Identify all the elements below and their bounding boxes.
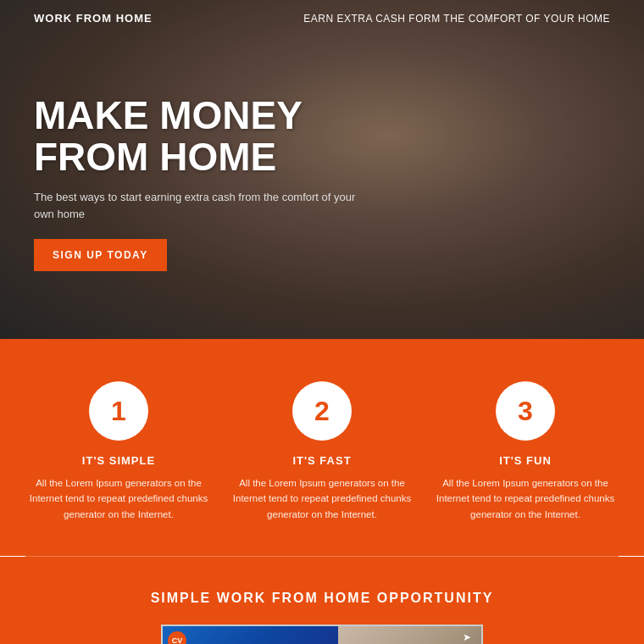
- video-thumbnail[interactable]: CV 8 work from home jobs anyone can star…: [161, 625, 483, 644]
- feature-desc-2: All the Lorem Ipsum generators on the In…: [229, 475, 415, 522]
- share-icon: ➤: [463, 631, 471, 643]
- feature-title-1: IT'S SIMPLE: [82, 454, 155, 467]
- video-section: SIMPLE WORK FROM HOME OPPORTUNITY CV 8 w…: [0, 557, 644, 644]
- header-tagline: EARN EXTRA CASH FORM THE COMFORT OF YOUR…: [303, 13, 610, 25]
- feature-item-1: 1 IT'S SIMPLE All the Lorem Ipsum genera…: [25, 381, 212, 522]
- hero-nav: WORK FROM HOME EARN EXTRA CASH FORM THE …: [0, 0, 644, 36]
- video-section-title: SIMPLE WORK FROM HOME OPPORTUNITY: [34, 591, 610, 606]
- feature-item-2: 2 IT'S FAST All the Lorem Ipsum generato…: [229, 381, 415, 522]
- cv-badge: CV: [168, 631, 186, 644]
- feature-number-1: 1: [89, 381, 148, 441]
- video-right-panel: ▶ Watch la... ➤ Share: [338, 626, 481, 644]
- feature-title-3: IT'S FUN: [499, 454, 552, 467]
- hero-content: MAKE MONEY FROM HOME The best ways to st…: [34, 95, 356, 271]
- feature-number-2: 2: [292, 381, 352, 441]
- share-button[interactable]: ➤ Share: [458, 631, 476, 644]
- signup-button[interactable]: SIGN UP TODAY: [34, 239, 167, 271]
- hero-subtitle: The best ways to start earning extra cas…: [34, 189, 356, 222]
- features-section: 1 IT'S SIMPLE All the Lorem Ipsum genera…: [0, 339, 644, 556]
- feature-number-3: 3: [496, 381, 555, 441]
- video-left-panel: CV 8 work from home jobs anyone can star…: [163, 626, 338, 644]
- hero-section: WORK FROM HOME EARN EXTRA CASH FORM THE …: [0, 0, 644, 339]
- feature-desc-1: All the Lorem Ipsum generators on the In…: [25, 475, 212, 522]
- feature-desc-3: All the Lorem Ipsum generators on the In…: [432, 475, 619, 522]
- feature-title-2: IT'S FAST: [292, 454, 351, 467]
- feature-item-3: 3 IT'S FUN All the Lorem Ipsum generator…: [432, 381, 619, 522]
- hero-title: MAKE MONEY FROM HOME: [34, 95, 356, 177]
- site-logo: WORK FROM HOME: [34, 12, 153, 25]
